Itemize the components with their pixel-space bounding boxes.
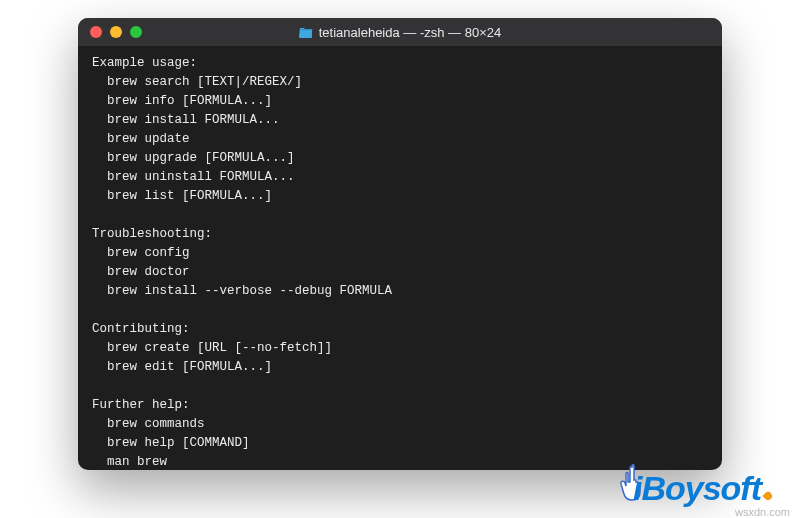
- window-title: tetianaleheida — -zsh — 80×24: [319, 25, 501, 40]
- site-watermark: wsxdn.com: [735, 506, 790, 518]
- terminal-output: Example usage: brew search [TEXT|/REGEX/…: [92, 56, 392, 470]
- terminal-window: tetianaleheida — -zsh — 80×24 Example us…: [78, 18, 722, 470]
- close-button[interactable]: [90, 26, 102, 38]
- brand-watermark: iBoysoft: [633, 469, 772, 508]
- maximize-button[interactable]: [130, 26, 142, 38]
- minimize-button[interactable]: [110, 26, 122, 38]
- home-folder-icon: [299, 26, 313, 38]
- terminal-output-area[interactable]: Example usage: brew search [TEXT|/REGEX/…: [78, 46, 722, 470]
- traffic-lights: [78, 26, 142, 38]
- brand-dot-icon: [762, 490, 773, 501]
- title-content: tetianaleheida — -zsh — 80×24: [78, 25, 722, 40]
- svg-rect-0: [299, 29, 312, 30]
- brand-rest: Boysoft: [641, 469, 761, 508]
- titlebar: tetianaleheida — -zsh — 80×24: [78, 18, 722, 46]
- brand-prefix: i: [633, 469, 641, 508]
